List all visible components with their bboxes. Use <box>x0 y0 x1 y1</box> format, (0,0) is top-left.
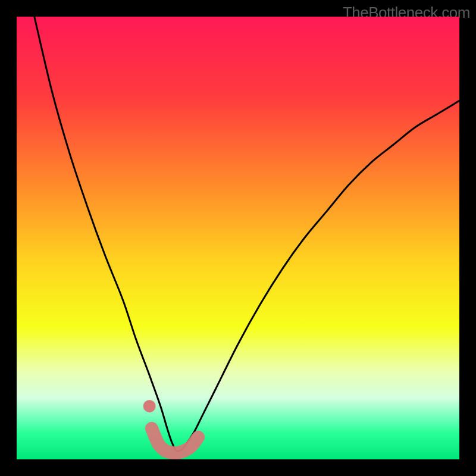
chart-container: TheBottleneck.com <box>0 0 476 476</box>
plot-area <box>17 17 459 459</box>
bottleneck-chart <box>17 17 459 459</box>
dot-left <box>143 400 156 412</box>
gradient-background <box>17 17 459 459</box>
